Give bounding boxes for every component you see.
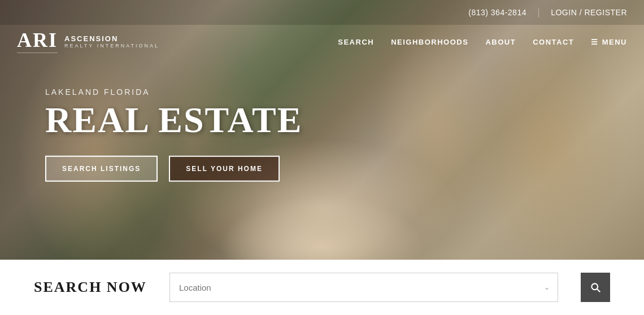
search-input-wrapper: ⌄ bbox=[169, 273, 558, 302]
hero-subtitle: LAKELAND FLORIDA bbox=[45, 88, 302, 97]
main-nav: ARI ASCENSION REALTY INTERNATIONAL SEARC… bbox=[0, 25, 644, 59]
search-now-label: SEARCH NOW bbox=[34, 279, 147, 296]
nav-menu[interactable]: ☰ MENU bbox=[591, 38, 627, 46]
search-icon bbox=[590, 282, 601, 293]
nav-neighborhoods[interactable]: NEIGHBORHOODS bbox=[391, 38, 468, 46]
search-section: SEARCH NOW ⌄ bbox=[0, 260, 644, 315]
phone-number: (813) 364-2814 bbox=[468, 8, 526, 17]
top-bar: (813) 364-2814 | LOGIN / REGISTER bbox=[0, 0, 644, 25]
nav-search[interactable]: SEARCH bbox=[338, 38, 374, 46]
dropdown-chevron-icon[interactable]: ⌄ bbox=[536, 283, 558, 292]
location-input[interactable] bbox=[170, 273, 536, 301]
hero-buttons: SEARCH LISTINGS SELL YOUR HOME bbox=[45, 156, 302, 182]
login-register-link[interactable]: LOGIN / REGISTER bbox=[551, 8, 627, 17]
menu-label: MENU bbox=[602, 38, 627, 46]
sell-home-button[interactable]: SELL YOUR HOME bbox=[169, 156, 280, 182]
nav-about[interactable]: ABOUT bbox=[485, 38, 516, 46]
hero-section: (813) 364-2814 | LOGIN / REGISTER ARI AS… bbox=[0, 0, 644, 260]
search-listings-button[interactable]: SEARCH LISTINGS bbox=[45, 156, 158, 182]
logo-initials: ARI bbox=[17, 30, 58, 53]
logo-brand: ASCENSION bbox=[64, 34, 159, 43]
logo-text: ASCENSION REALTY INTERNATIONAL bbox=[64, 34, 159, 49]
logo[interactable]: ARI ASCENSION REALTY INTERNATIONAL bbox=[17, 30, 159, 54]
search-submit-button[interactable] bbox=[581, 273, 610, 302]
svg-point-0 bbox=[591, 283, 598, 290]
menu-icon: ☰ bbox=[591, 38, 599, 46]
nav-links: SEARCH NEIGHBORHOODS ABOUT CONTACT ☰ MEN… bbox=[338, 38, 627, 46]
hero-content: LAKELAND FLORIDA REAL ESTATE SEARCH LIST… bbox=[45, 88, 302, 182]
divider: | bbox=[538, 7, 539, 18]
nav-contact[interactable]: CONTACT bbox=[533, 38, 574, 46]
logo-subbrand: REALTY INTERNATIONAL bbox=[64, 43, 159, 49]
hero-title: REAL ESTATE bbox=[45, 101, 302, 139]
svg-line-1 bbox=[597, 289, 600, 292]
